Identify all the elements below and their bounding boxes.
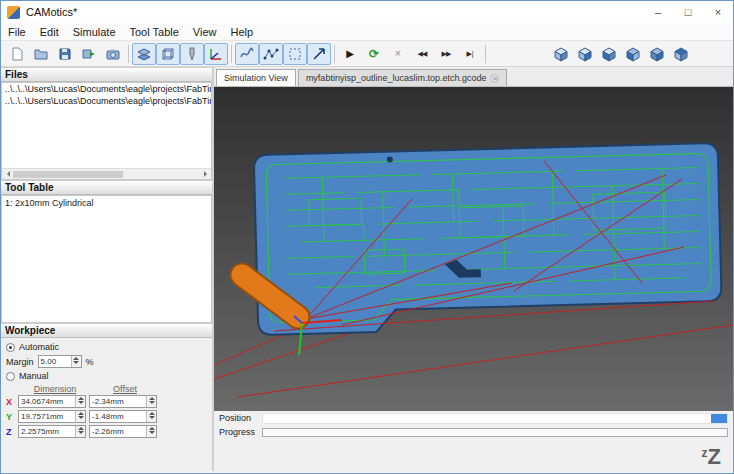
table-row: Y 19.7571mm -1.48mm — [6, 410, 207, 423]
spinner-arrows-icon[interactable] — [146, 411, 156, 422]
position-slider-handle[interactable] — [711, 414, 727, 423]
file-list: ..\..\..\Users\Lucas\Documents\eagle\pro… — [1, 82, 212, 180]
camotics-logo: z — [702, 446, 708, 460]
menu-item-file[interactable]: File — [1, 26, 33, 38]
viewport-canvas — [214, 87, 733, 411]
x-offset-spinbox[interactable]: -2.34mm — [89, 395, 157, 408]
view-right-button[interactable] — [645, 43, 669, 65]
dimension-column-header: Dimension — [20, 384, 90, 394]
progress-label: Progress — [219, 427, 257, 437]
toggle-axes-button[interactable] — [204, 43, 228, 65]
tab-gcode-file[interactable]: myfabtinyisp_outline_lucaslim.top.etch.g… — [298, 69, 508, 86]
skip-to-end-button[interactable]: ▶| — [458, 43, 482, 65]
offset-column-header: Offset — [90, 384, 160, 394]
window-title: CAMotics* — [26, 6, 77, 18]
reload-button[interactable]: ⟳ — [362, 43, 386, 65]
tool-table-panel-header: Tool Table — [1, 180, 212, 195]
camotics-window: CAMotics* – □ × File Edit Simulate Tool … — [0, 0, 734, 474]
file-list-item[interactable]: ..\..\..\Users\Lucas\Documents\eagle\pro… — [2, 95, 211, 107]
tab-close-icon[interactable]: × — [490, 74, 499, 83]
scroll-left-icon[interactable] — [2, 169, 13, 180]
open-project-button[interactable] — [29, 43, 53, 65]
menu-item-help[interactable]: Help — [224, 26, 261, 38]
file-list-hscrollbar[interactable] — [2, 168, 211, 179]
maximize-button[interactable]: □ — [673, 1, 703, 23]
minimize-button[interactable]: – — [643, 1, 673, 23]
toggle-smooth-path-button[interactable] — [235, 43, 259, 65]
scroll-right-icon[interactable] — [200, 169, 211, 180]
x-axis-label: X — [6, 397, 15, 407]
fast-forward-button[interactable]: ▶▶ — [434, 43, 458, 65]
file-list-item[interactable]: ..\..\..\Users\Lucas\Documents\eagle\pro… — [2, 83, 211, 95]
table-row: Z 2.2575mm -2.26mm — [6, 425, 207, 438]
y-offset-spinbox[interactable]: -1.48mm — [89, 410, 157, 423]
manual-radio[interactable] — [6, 372, 15, 381]
menu-item-tool-table[interactable]: Tool Table — [123, 26, 186, 38]
export-button[interactable] — [77, 43, 101, 65]
rewind-button[interactable]: ◀◀ — [410, 43, 434, 65]
camotics-logo: Z — [708, 447, 721, 467]
y-axis-label: Y — [6, 412, 15, 422]
tab-simulation-view[interactable]: Simulation View — [216, 69, 296, 86]
y-dimension-spinbox[interactable]: 19.7571mm — [18, 410, 86, 423]
view-isometric-button[interactable] — [549, 43, 573, 65]
title-bar: CAMotics* – □ × — [1, 1, 733, 23]
view-front-button[interactable] — [573, 43, 597, 65]
toolbar-separator — [128, 45, 129, 63]
automatic-radio[interactable] — [6, 343, 15, 352]
toggle-workpiece-button[interactable] — [156, 43, 180, 65]
view-left-button[interactable] — [621, 43, 645, 65]
table-row: X 34.0674mm -2.34mm — [6, 395, 207, 408]
toggle-bounds-button[interactable] — [283, 43, 307, 65]
view-top-button[interactable] — [669, 43, 693, 65]
menu-item-edit[interactable]: Edit — [33, 26, 66, 38]
spinner-arrows-icon[interactable] — [75, 396, 85, 407]
spinner-arrows-icon[interactable] — [75, 426, 85, 437]
position-row: Position — [214, 411, 733, 425]
z-offset-spinbox[interactable]: -2.26mm — [89, 425, 157, 438]
spinner-arrows-icon[interactable] — [71, 356, 81, 367]
view-back-button[interactable] — [597, 43, 621, 65]
main-area: Files ..\..\..\Users\Lucas\Documents\eag… — [1, 67, 733, 471]
snapshot-button[interactable] — [101, 43, 125, 65]
stop-button[interactable]: × — [386, 43, 410, 65]
workpiece-table-header: Dimension Offset — [20, 384, 207, 394]
margin-spinbox[interactable]: 5.00 — [38, 355, 82, 368]
spinner-arrows-icon[interactable] — [146, 426, 156, 437]
scrollbar-thumb[interactable] — [13, 171, 123, 178]
margin-label: Margin — [6, 357, 34, 367]
app-icon — [7, 6, 20, 19]
new-project-button[interactable] — [5, 43, 29, 65]
tool-table-list: 1: 2x10mm Cylindrical — [1, 195, 212, 323]
left-panel: Files ..\..\..\Users\Lucas\Documents\eag… — [1, 67, 212, 471]
workpiece-panel: Automatic Margin 5.00 % Manual Dimension — [1, 338, 212, 471]
spinner-arrows-icon[interactable] — [146, 396, 156, 407]
close-button[interactable]: × — [703, 1, 733, 23]
right-panel: Simulation View myfabtinyisp_outline_luc… — [214, 67, 733, 471]
save-project-button[interactable] — [53, 43, 77, 65]
margin-unit-label: % — [86, 357, 94, 367]
toggle-tool-button[interactable] — [180, 43, 204, 65]
spinner-arrows-icon[interactable] — [75, 411, 85, 422]
toggle-surface-button[interactable] — [132, 43, 156, 65]
z-axis-label: Z — [6, 427, 15, 437]
menu-item-simulate[interactable]: Simulate — [66, 26, 123, 38]
tool-list-item[interactable]: 1: 2x10mm Cylindrical — [2, 196, 211, 210]
workpiece-panel-header: Workpiece — [1, 323, 212, 338]
toggle-path-lines-button[interactable] — [259, 43, 283, 65]
play-button[interactable]: ▶ — [338, 43, 362, 65]
progress-bar — [262, 428, 728, 437]
progress-row: Progress — [214, 425, 733, 439]
toolbar-separator — [485, 45, 486, 63]
tab-bar: Simulation View myfabtinyisp_outline_luc… — [214, 67, 733, 87]
simulation-viewport[interactable] — [214, 87, 733, 411]
menu-bar: File Edit Simulate Tool Table View Help — [1, 23, 733, 41]
toggle-direction-button[interactable] — [307, 43, 331, 65]
files-panel-header: Files — [1, 67, 212, 82]
position-slider[interactable] — [262, 413, 728, 424]
window-controls: – □ × — [643, 1, 733, 23]
z-dimension-spinbox[interactable]: 2.2575mm — [18, 425, 86, 438]
manual-label: Manual — [19, 371, 49, 381]
menu-item-view[interactable]: View — [186, 26, 224, 38]
x-dimension-spinbox[interactable]: 34.0674mm — [18, 395, 86, 408]
